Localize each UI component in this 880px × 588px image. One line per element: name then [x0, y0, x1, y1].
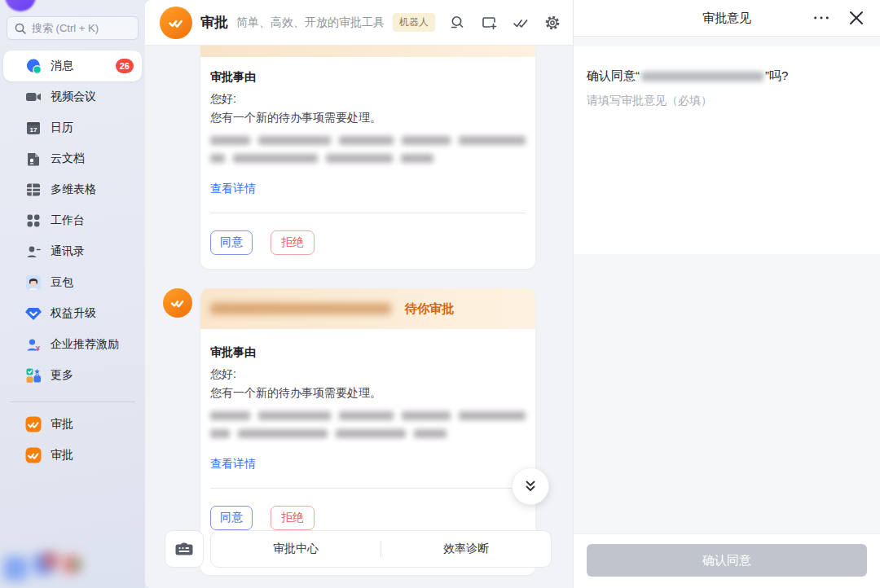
more-options-icon[interactable] [812, 9, 830, 27]
reject-button[interactable]: 拒绝 [271, 230, 315, 255]
cloud-docs-icon [24, 150, 42, 168]
sidebar-item-referral[interactable]: ¥ 企业推荐激励 [3, 329, 142, 360]
sidebar-item-upgrade[interactable]: 权益升级 [3, 298, 142, 329]
gem-icon [24, 305, 42, 323]
doubao-avatar-icon [24, 274, 42, 292]
sidebar-item-label: 云文档 [51, 151, 134, 166]
chat-header-actions [448, 14, 561, 32]
scroll-to-bottom-button[interactable] [512, 467, 549, 505]
sidebar-item-label: 审批 [51, 448, 134, 463]
sidebar-item-label: 权益升级 [51, 306, 134, 321]
sidebar-item-workplace[interactable]: 工作台 [3, 205, 142, 236]
approval-card-header: 待你审批 [200, 288, 535, 329]
sidebar-item-calendar[interactable]: 17 日历 [3, 112, 142, 143]
sidebar-item-label: 更多 [51, 368, 134, 383]
view-detail-link[interactable]: 查看详情 [210, 182, 256, 196]
view-detail-link[interactable]: 查看详情 [210, 457, 256, 472]
svg-text:17: 17 [30, 126, 37, 134]
chat-header: 审批 简单、高效、开放的审批工具 机器人 [145, 0, 573, 46]
sidebar: 消息 26 视频会议 17 日历 云文档 多维表格 [0, 0, 145, 588]
greeting-text: 您好: [210, 365, 526, 384]
sidebar-item-base[interactable]: 多维表格 [3, 174, 142, 205]
sidebar-pinned-approval-2[interactable]: 审批 [3, 440, 142, 471]
referral-reward-icon: ¥ [24, 336, 42, 353]
sidebar-item-label: 通讯录 [51, 244, 134, 259]
calendar-icon: 17 [24, 119, 42, 137]
chat-panel: 审批 简单、高效、开放的审批工具 机器人 [145, 0, 573, 588]
approval-card: 审批事由 您好: 您有一个新的待办事项需要处理。 查看详情 同意 拒绝 [200, 46, 535, 269]
approval-bot-avatar[interactable] [163, 288, 192, 318]
redacted-text-line [210, 154, 526, 163]
approval-opinion-panel: 审批意见 确认同意“”吗? 请填写审批意见（必填） 确认同意 [573, 0, 880, 588]
sidebar-item-label: 消息 [51, 59, 108, 73]
read-all-icon[interactable] [512, 14, 530, 32]
settings-gear-icon[interactable] [543, 14, 561, 32]
sidebar-nav: 消息 26 视频会议 17 日历 云文档 多维表格 [3, 50, 142, 471]
bot-menu-bar: 审批中心 效率诊断 [210, 530, 552, 568]
sidebar-item-more[interactable]: 更多 [3, 360, 142, 391]
search-in-chat-icon[interactable] [448, 14, 466, 32]
svg-text:¥: ¥ [36, 344, 40, 353]
approval-bot-avatar[interactable] [160, 7, 192, 39]
search-input[interactable] [32, 22, 130, 34]
todo-text: 您有一个新的待办事项需要处理。 [210, 384, 526, 402]
messages-icon [24, 57, 42, 75]
sidebar-item-label: 日历 [51, 121, 134, 135]
user-avatar[interactable] [5, 0, 36, 11]
grid-table-icon [24, 181, 42, 199]
approve-button[interactable]: 同意 [210, 230, 253, 255]
sidebar-item-label: 审批 [51, 417, 134, 432]
workplace-icon [24, 212, 42, 230]
sidebar-item-doubao[interactable]: 豆包 [3, 267, 142, 298]
redacted-text-line [210, 136, 526, 145]
add-to-group-icon[interactable] [480, 14, 498, 32]
greeting-text: 您好: [210, 90, 526, 108]
keyboard-toggle-button[interactable] [165, 530, 204, 568]
card-divider [210, 213, 526, 213]
sidebar-item-label: 豆包 [51, 275, 134, 290]
sidebar-divider [10, 402, 135, 402]
blurred-dock-icon [3, 556, 28, 581]
approval-app-icon [24, 446, 42, 464]
sidebar-item-docs[interactable]: 云文档 [3, 143, 142, 174]
sidebar-item-label: 视频会议 [51, 90, 134, 104]
field-label: 审批事由 [210, 345, 526, 360]
approval-app-icon [24, 415, 42, 433]
global-search[interactable] [7, 16, 139, 40]
menu-approval-center[interactable]: 审批中心 [211, 542, 381, 556]
confirm-question: 确认同意“”吗? [587, 68, 867, 84]
card-divider [210, 488, 526, 489]
sidebar-pinned-approval-1[interactable]: 审批 [3, 409, 142, 440]
sidebar-item-messages[interactable]: 消息 26 [3, 50, 142, 81]
unread-badge: 26 [116, 59, 134, 73]
reject-button[interactable]: 拒绝 [271, 506, 315, 530]
chat-message-list[interactable]: 审批事由 您好: 您有一个新的待办事项需要处理。 查看详情 同意 拒绝 [145, 46, 573, 588]
panel-footer: 确认同意 [574, 533, 880, 588]
sidebar-item-label: 企业推荐激励 [51, 337, 134, 352]
approval-card-header [200, 46, 535, 57]
sidebar-item-contacts[interactable]: 通讯录 [3, 236, 142, 267]
bot-tag: 机器人 [393, 13, 435, 32]
redacted-approval-title [210, 303, 391, 314]
blurred-dock-icon [42, 552, 59, 568]
approval-comment-input[interactable]: 确认同意“”吗? 请填写审批意见（必填） [574, 46, 880, 254]
approve-button[interactable]: 同意 [210, 506, 253, 530]
sidebar-item-label: 多维表格 [51, 182, 134, 197]
chat-title: 审批 [200, 13, 228, 32]
search-icon [14, 20, 27, 37]
approval-status: 待你审批 [405, 301, 454, 317]
more-apps-icon [24, 366, 42, 384]
video-camera-icon [24, 88, 42, 106]
todo-text: 您有一个新的待办事项需要处理。 [210, 108, 526, 127]
redacted-approval-title [641, 72, 763, 81]
sidebar-item-label: 工作台 [51, 213, 134, 228]
menu-efficiency-diagnosis[interactable]: 效率诊断 [381, 542, 551, 556]
sidebar-item-video-meeting[interactable]: 视频会议 [3, 81, 142, 112]
comment-placeholder: 请填写审批意见（必填） [587, 94, 867, 108]
field-label: 审批事由 [210, 70, 526, 85]
confirm-approve-button[interactable]: 确认同意 [587, 544, 867, 577]
contacts-icon [24, 243, 42, 261]
redacted-text-line [210, 429, 526, 438]
close-icon[interactable] [847, 9, 865, 27]
blurred-dock-icon [72, 560, 81, 570]
